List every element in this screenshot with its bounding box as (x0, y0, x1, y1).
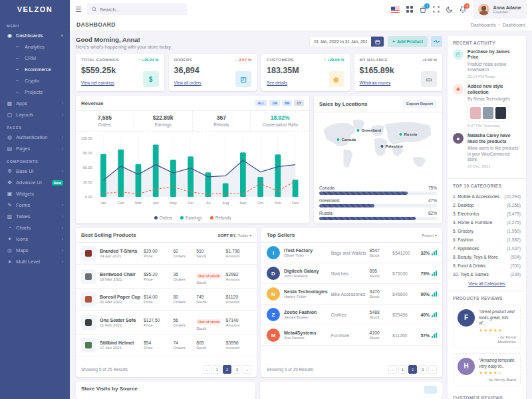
breadcrumb-separator-icon: › (498, 23, 499, 27)
sidebar-item-maps[interactable]: ◎ Maps › (0, 245, 70, 256)
chevron-icon: › (62, 259, 63, 264)
bullet-icon (16, 58, 19, 59)
sidebar-item-multi-level[interactable]: ∗ Multi Level › (0, 256, 70, 267)
maps-icon: ◎ (7, 247, 13, 253)
best-selling-sort-dropdown[interactable]: SORT BY: Today ▾ (218, 233, 252, 237)
sidebar-item-authentication[interactable]: ◍ Authentication › (0, 132, 70, 143)
stat-link[interactable]: See details (267, 80, 287, 85)
revenue-filter-all[interactable]: ALL (255, 100, 267, 106)
table-row[interactable]: Branded T-Shirts24 Apr 2021 $29.00Price … (76, 243, 257, 265)
sidebar-heading: COMPONENTS (0, 154, 70, 166)
category-row: 9. Food & Drinks(701) (453, 261, 521, 270)
svg-text:Nov: Nov (275, 201, 281, 205)
table-row[interactable]: Bentwood Chair19 Mar 2021 $85.20Price 35… (76, 265, 257, 289)
topbar: ☰ 7 (70, 0, 532, 19)
top-categories-section: TOP 10 CATEGORIES 1. Mobile & Accessorie… (448, 178, 526, 291)
sidebar-item-ecommerce[interactable]: Ecommerce (0, 64, 70, 75)
category-row: 1. Mobile & Accessories(10,294) (453, 192, 521, 201)
tables-icon: ▥ (7, 213, 13, 219)
cart-icon[interactable]: 7 (420, 6, 426, 13)
revenue-filter-1m[interactable]: 1M (269, 100, 280, 106)
table-row[interactable]: i iTest FactoryOliver Tyler Bags and Wal… (261, 243, 442, 263)
breadcrumb-parent[interactable]: Dashboards (471, 23, 496, 27)
page-1[interactable]: 1 (213, 365, 221, 374)
table-row[interactable]: Stillbird Helmet17 Jan 2021 $54Price 74O… (76, 334, 257, 356)
search-input[interactable] (100, 7, 173, 13)
top-sellers-rows: i iTest FactoryOliver Tyler Bags and Wal… (261, 243, 442, 346)
brand-logo[interactable]: VELZON (0, 0, 70, 19)
table-row[interactable]: N Nesta TechnologiesHarley Fuller Bike A… (261, 284, 442, 305)
activity-pulse-button[interactable] (431, 36, 442, 47)
sidebar-item-layouts[interactable]: ▢ Layouts › (0, 109, 70, 120)
sidebar-item-dashboards[interactable]: ◉ Dashboards ▾ (0, 30, 70, 41)
notifications-bell-icon[interactable]: 3 (460, 6, 466, 13)
sidebar-item-advance-ui[interactable]: ❖ Advance UI New (0, 177, 70, 188)
sidebar-item-charts[interactable]: ◔ Charts › (0, 222, 70, 233)
page-2[interactable]: 2 (408, 365, 417, 374)
product-image (81, 246, 96, 261)
sidebar: VELZON MENU ◉ Dashboards ▾ AnalyticsCRME… (0, 0, 70, 399)
table-row[interactable]: Z Zoetic FashionJames Bowen Clothes 5488… (261, 305, 442, 325)
search-box[interactable] (87, 3, 187, 15)
view-all-categories-link[interactable]: View all Categories (453, 281, 521, 286)
page-2[interactable]: 2 (223, 365, 231, 374)
sidebar-item-analytics[interactable]: Analytics (0, 41, 70, 53)
svg-text:Jun: Jun (188, 201, 194, 205)
page-1[interactable]: 1 (398, 365, 407, 374)
seller-logo: N (267, 287, 280, 301)
page-3[interactable]: 3 (233, 365, 241, 374)
legend-item-earnings[interactable]: Earnings (180, 215, 202, 220)
sidebar-item-crypto[interactable]: Crypto (0, 75, 70, 86)
top-sellers-panel: Top Sellers Report ▾ i iTest FactoryOliv… (261, 228, 442, 377)
page-prev[interactable]: ← (388, 365, 397, 374)
export-report-button[interactable]: Export Report (402, 100, 437, 108)
user-menu[interactable]: Anna Adame Founder (473, 0, 527, 19)
add-product-button[interactable]: +Add Product (388, 36, 428, 47)
svg-text:0.00: 0.00 (85, 195, 92, 199)
revenue-chart-svg: 0.0030.0060.0090.00120.00 JanFebMarAprMa… (78, 133, 307, 211)
revenue-filter-6m[interactable]: 6M (282, 100, 293, 106)
legend-item-orders[interactable]: Orders (154, 215, 172, 220)
sidebar-item-projects[interactable]: Projects (0, 86, 70, 98)
recent-activity-title: RECENT ACTIVITY (453, 41, 521, 45)
table-row[interactable]: One Seater Sofa11 Feb 2021 $127.50Price … (76, 311, 257, 334)
apps-grid-icon[interactable] (406, 6, 413, 13)
date-range-input[interactable] (310, 37, 371, 47)
table-row[interactable]: Borosil Paper Cup01 Mar 2021 $14.00Price… (76, 289, 257, 311)
sidebar-item-tables[interactable]: ▥ Tables › (0, 211, 70, 222)
fullscreen-icon[interactable] (433, 6, 440, 13)
customer-reviews-section: CUSTOMER REVIEWS ★★★★✩ 4.5 out of 5 Tota… (448, 396, 526, 399)
sidebar-item-apps[interactable]: ▦ Apps › (0, 98, 70, 109)
revenue-filters: ALL1M6M1Y (255, 100, 304, 106)
stat-link[interactable]: Withdraw money (360, 80, 391, 85)
sidebar-item-forms[interactable]: ✎ Forms › (0, 200, 70, 211)
hamburger-icon[interactable]: ☰ (75, 5, 82, 14)
page-next[interactable]: → (243, 365, 251, 374)
svg-text:Canada: Canada (342, 138, 356, 142)
product-image (81, 315, 96, 330)
calendar-icon[interactable] (371, 37, 384, 47)
stat-link[interactable]: View all orders (174, 80, 201, 85)
legend-item-refunds[interactable]: Refunds (210, 215, 231, 220)
language-flag-icon[interactable] (391, 7, 400, 13)
page-3[interactable]: 3 (418, 365, 427, 374)
stat-link[interactable]: View net earnings (81, 80, 114, 85)
top-sellers-report-dropdown[interactable]: Report ▾ (422, 233, 437, 237)
sidebar-item-crm[interactable]: CRM (0, 53, 70, 64)
page-title: DASHBOARD (76, 21, 116, 28)
best-selling-pagination: ←123→ (203, 365, 251, 374)
stat-delta: ↑ +29.08 % (324, 58, 344, 62)
sidebar-item-base-ui[interactable]: ✲ Base UI › (0, 166, 70, 177)
page-next[interactable]: → (428, 365, 437, 374)
table-row[interactable]: D Digitech GalaxyJohn Roberts Watches 89… (261, 263, 442, 284)
page-prev[interactable]: ← (203, 365, 211, 374)
sidebar-item-pages[interactable]: ▤ Pages › (0, 143, 70, 154)
sidebar-item-widgets[interactable]: ▣ Widgets (0, 188, 70, 200)
sidebar-item-icons[interactable]: ✦ Icons › (0, 233, 70, 245)
cut-panel-button[interactable] (424, 386, 437, 394)
world-map: Canada Greenland Russia Palestine (314, 112, 442, 178)
dark-mode-icon[interactable] (446, 6, 453, 13)
table-row[interactable]: M Meta4SystemsZoe Dennis Furniture 4100S… (261, 325, 442, 346)
revenue-filter-1y[interactable]: 1Y (294, 100, 304, 106)
stat-label: ORDERS (174, 58, 192, 62)
